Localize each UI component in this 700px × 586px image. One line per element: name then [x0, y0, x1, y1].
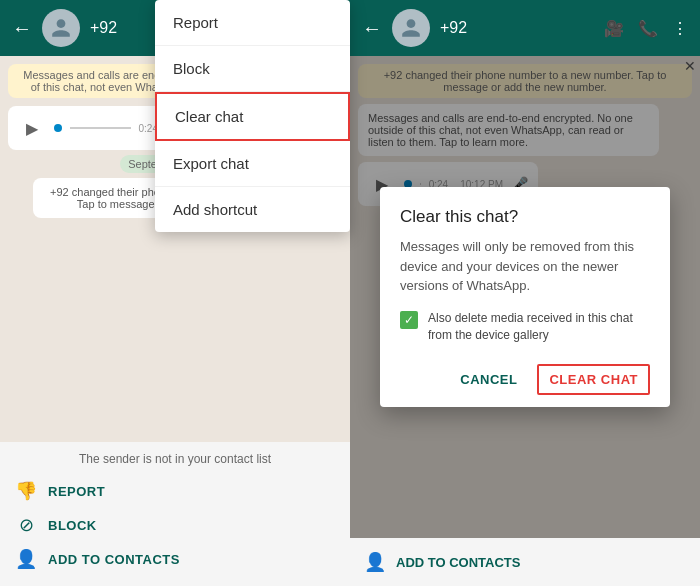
dialog-overlay: Clear this chat? Messages will only be r… — [350, 56, 700, 538]
block-icon: ⊘ — [14, 514, 38, 536]
add-to-contacts-action-right[interactable]: 👤 ADD TO CONTACTS — [364, 546, 686, 578]
avatar — [42, 9, 80, 47]
back-arrow-icon-right[interactable]: ← — [362, 17, 382, 40]
dialog-buttons: CANCEL CLEAR CHAT — [400, 360, 650, 395]
audio-bubble-left[interactable]: ▶ 0:24 — [8, 106, 168, 150]
more-options-icon[interactable]: ⋮ — [672, 19, 688, 38]
video-call-icon[interactable]: 🎥 — [604, 19, 624, 38]
audio-waveform — [70, 127, 131, 129]
menu-item-clear-chat[interactable]: Clear chat — [155, 92, 350, 141]
clear-chat-dialog: Clear this chat? Messages will only be r… — [380, 187, 670, 406]
left-panel: ← +92 Messages and calls are end-to-end … — [0, 0, 350, 586]
right-chat-body: +92 changed their phone number to a new … — [350, 56, 700, 538]
menu-item-export-chat[interactable]: Export chat — [155, 141, 350, 187]
menu-item-add-shortcut[interactable]: Add shortcut — [155, 187, 350, 232]
context-menu: Report Block Clear chat Export chat Add … — [155, 0, 350, 232]
block-label: BLOCK — [48, 518, 97, 533]
report-label: REPORT — [48, 484, 105, 499]
left-bottom-section: The sender is not in your contact list 👎… — [0, 442, 350, 586]
contact-name-right[interactable]: +92 — [440, 19, 594, 37]
header-icons: 🎥 📞 ⋮ — [604, 19, 688, 38]
add-to-contacts-action-left[interactable]: 👤 ADD TO CONTACTS — [14, 542, 336, 576]
menu-item-block[interactable]: Block — [155, 46, 350, 92]
report-icon: 👎 — [14, 480, 38, 502]
clear-chat-button[interactable]: CLEAR CHAT — [537, 364, 650, 395]
add-contacts-label-right: ADD TO CONTACTS — [396, 555, 520, 570]
report-action[interactable]: 👎 REPORT — [14, 474, 336, 508]
menu-item-report[interactable]: Report — [155, 0, 350, 46]
block-action[interactable]: ⊘ BLOCK — [14, 508, 336, 542]
right-header: ← +92 🎥 📞 ⋮ — [350, 0, 700, 56]
dialog-checkbox-row: ✓ Also delete media received in this cha… — [400, 310, 650, 344]
add-contact-icon-right: 👤 — [364, 551, 386, 573]
not-in-contact-text: The sender is not in your contact list — [14, 452, 336, 466]
add-contacts-label-left: ADD TO CONTACTS — [48, 552, 180, 567]
dialog-message: Messages will only be removed from this … — [400, 237, 650, 296]
play-button[interactable]: ▶ — [18, 114, 46, 142]
phone-call-icon[interactable]: 📞 — [638, 19, 658, 38]
cancel-button[interactable]: CANCEL — [448, 364, 529, 395]
add-contact-icon-left: 👤 — [14, 548, 38, 570]
right-bottom-section: 👤 ADD TO CONTACTS — [350, 538, 700, 586]
dialog-title: Clear this chat? — [400, 207, 650, 227]
delete-media-label: Also delete media received in this chat … — [428, 310, 650, 344]
avatar-right — [392, 9, 430, 47]
audio-dot — [54, 124, 62, 132]
delete-media-checkbox[interactable]: ✓ — [400, 311, 418, 329]
back-arrow-icon[interactable]: ← — [12, 17, 32, 40]
right-panel: ← +92 🎥 📞 ⋮ ✕ +92 changed their phone nu… — [350, 0, 700, 586]
